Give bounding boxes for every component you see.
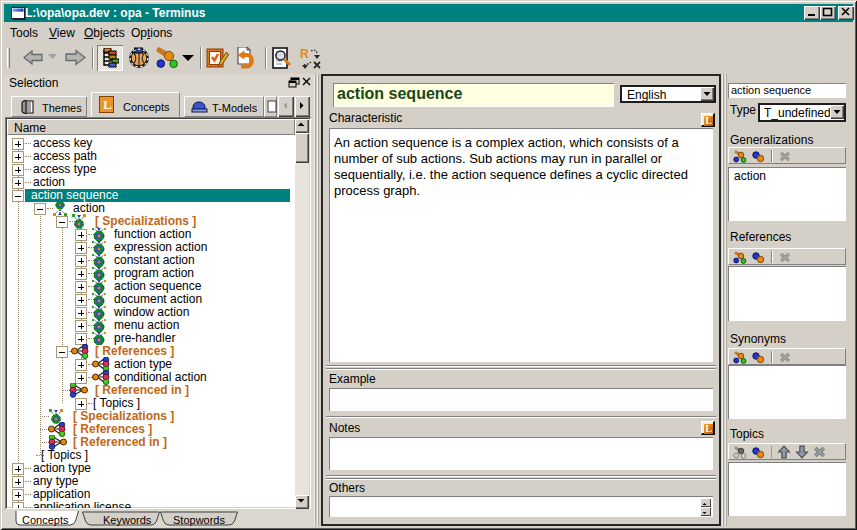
svg-text:R: R [300,47,309,61]
